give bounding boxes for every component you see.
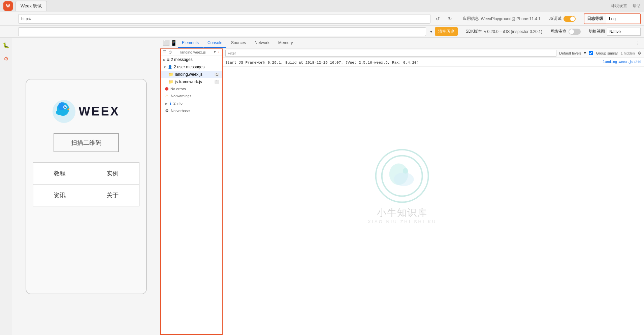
devtools-tabs: ⬜ 📱 Elements Console Sources Network Mem… [160, 38, 644, 48]
hidden-count: 1 hidden [621, 51, 635, 55]
js-debug-toggle[interactable] [564, 16, 576, 22]
devtools-area: 小牛知识库 XIAO NIU ZHI SHI KU ⬜ 📱 Elements C… [160, 38, 644, 335]
log-entry-0: Start JS Framework 0.29.1, Build at 2018… [223, 59, 644, 67]
network-toggle[interactable] [569, 29, 581, 35]
folder2-icon: 📁 [168, 79, 173, 84]
debug-icon[interactable]: 🐛 [1, 40, 11, 50]
sidebar-icon2[interactable]: ⏱ [168, 50, 172, 54]
log-text-0: Start JS Framework 0.29.1, Build at 2018… [225, 60, 600, 65]
sidebar-icon1[interactable]: ☰ [163, 50, 166, 54]
console-filter-bar: Default levels ▾ Group similar 1 hidden … [223, 48, 644, 58]
file-landing-label: landing.weex.js [175, 72, 202, 77]
help-link[interactable]: 帮助 [633, 3, 641, 9]
sidebar-dropdown[interactable]: ▾ [214, 50, 216, 54]
main-layout: 🐛 ⚙ [0, 38, 644, 335]
tab-sources[interactable]: Sources [227, 38, 250, 48]
clear-history-button[interactable]: 清空历史 [435, 27, 458, 36]
console-panel: ☰ ⏱ landing.weex.js ▾ › ▶ ≡ 2 messages ▼… [160, 48, 644, 335]
title-bar: W Weex 调试 环境设置 帮助 [0, 0, 644, 12]
user-messages-label: 2 user messages [174, 65, 204, 69]
status-no-verbose[interactable]: ⚙ No verbose [160, 107, 222, 114]
url-input[interactable] [18, 14, 430, 24]
console-sidebar-header: ☰ ⏱ landing.weex.js ▾ › [160, 48, 222, 56]
scan-qr-button[interactable]: 扫描二维码 [54, 133, 119, 152]
app-tab[interactable]: Weex 调试 [15, 1, 47, 11]
svg-point-9 [56, 110, 65, 115]
warning-icon: ⚠ [165, 94, 169, 98]
tab-network[interactable]: Network [251, 38, 273, 48]
refresh-button[interactable]: ↻ [445, 14, 455, 24]
dropdown-input[interactable] [18, 27, 426, 36]
weex-logo-area: WEEX [52, 100, 120, 123]
user-icon: 👤 [168, 65, 172, 69]
status-no-errors[interactable]: No errors [160, 86, 222, 92]
js-debug-label: JS调试 [549, 16, 561, 22]
file-framework-badge: 1 [215, 80, 219, 84]
title-bar-right: 环境设置 帮助 [611, 3, 641, 9]
inspect-icon[interactable]: ⬜ [163, 40, 170, 46]
group-similar-label: Group similar [596, 51, 618, 55]
log-source-0[interactable]: landing.weex.js:240 [603, 60, 641, 64]
settings-icon[interactable]: ⚙ [1, 54, 11, 63]
app-icon: W [3, 1, 13, 11]
triangle-expanded-icon: ▼ [163, 65, 166, 69]
app-info-label: 应用信息 [463, 16, 479, 22]
tab-console[interactable]: Console [203, 38, 226, 48]
app-info-value: WeexPlayground@iPhone:11.4.1 [481, 16, 541, 21]
tab-elements[interactable]: Elements [178, 38, 203, 48]
triangle-icon: ▶ [163, 58, 166, 62]
messages-icon: ≡ [167, 57, 169, 62]
file-landing-badge: 1 [215, 73, 219, 76]
tree-item-file-framework[interactable]: 📁 js-framework.js 1 [160, 78, 222, 86]
log-level-box: 日志等级 [584, 13, 641, 24]
svg-text:W: W [6, 4, 10, 8]
env-settings-link[interactable]: 环境设置 [611, 3, 627, 9]
tree-item-file-landing[interactable]: 📁 landing.weex.js 1 [160, 71, 222, 78]
phone-grid: 教程 实例 资讯 关于 [33, 162, 139, 206]
grid-item-about[interactable]: 关于 [86, 185, 139, 206]
group-similar-checkbox[interactable] [589, 51, 593, 55]
console-sidebar: ☰ ⏱ landing.weex.js ▾ › ▶ ≡ 2 messages ▼… [160, 48, 223, 335]
weex-text: WEEX [78, 104, 120, 119]
console-main: Default levels ▾ Group similar 1 hidden … [223, 48, 644, 335]
svg-point-7 [65, 106, 66, 107]
tree-item-messages[interactable]: ▶ ≡ 2 messages [160, 56, 222, 63]
grid-item-news[interactable]: 资讯 [33, 185, 86, 206]
file-framework-label: js-framework.js [175, 79, 202, 84]
filter-input[interactable] [225, 50, 556, 57]
info-expand-icon: ▶ [165, 102, 168, 105]
back-button[interactable]: ↺ [433, 14, 443, 24]
network-label: 网络审查 [550, 29, 567, 34]
tree-item-user-messages[interactable]: ▼ 👤 2 user messages [160, 63, 222, 71]
device-icon[interactable]: 📱 [170, 40, 177, 46]
grid-item-tutorials[interactable]: 教程 [33, 163, 86, 184]
tab-memory[interactable]: Memory [274, 38, 297, 48]
levels-dropdown[interactable]: ▾ [584, 51, 586, 55]
phone-frame: WEEX 扫描二维码 教程 实例 资讯 关于 [26, 79, 147, 294]
more-icon[interactable]: ⋮ [635, 40, 641, 46]
no-errors-label: No errors [170, 87, 186, 91]
switch-view-label: 切换视图 [589, 29, 605, 34]
phone-preview-area: WEEX 扫描二维码 教程 实例 资讯 关于 [12, 38, 160, 335]
sidebar-expand[interactable]: › [218, 50, 219, 54]
log-level-label: 日志等级 [584, 14, 606, 23]
status-2-info[interactable]: ▶ ℹ 2 info [160, 100, 222, 107]
console-log-area: Start JS Framework 0.29.1, Build at 2018… [223, 58, 644, 335]
toolbar-row1: ↺ ↻ 应用信息 WeexPlayground@iPhone:11.4.1 JS… [0, 12, 644, 26]
no-warnings-label: No warnings [171, 94, 191, 98]
info-icon: ℹ [170, 101, 171, 106]
verbose-icon: ⚙ [165, 108, 169, 113]
grid-item-examples[interactable]: 实例 [86, 163, 139, 184]
console-settings-icon[interactable]: ⚙ [638, 51, 641, 56]
phone-content: WEEX 扫描二维码 教程 实例 资讯 关于 [26, 79, 146, 294]
sdk-version-label: SDK版本 [466, 29, 482, 34]
weex-logo: WEEX [52, 100, 120, 123]
switch-view-input[interactable] [607, 28, 641, 36]
toolbar-row2: ▾ 清空历史 SDK版本 v 0.20.0 – iOS (inspector 0… [0, 26, 644, 38]
sdk-version-value: v 0.20.0 – iOS (inspector 0.20.1) [484, 29, 542, 34]
sidebar-file-label: landing.weex.js [174, 50, 212, 54]
log-level-input[interactable] [606, 14, 640, 24]
status-no-warnings[interactable]: ⚠ No warnings [160, 92, 222, 100]
dropdown-arrow[interactable]: ▾ [430, 29, 432, 34]
default-levels-label[interactable]: Default levels [559, 51, 581, 55]
